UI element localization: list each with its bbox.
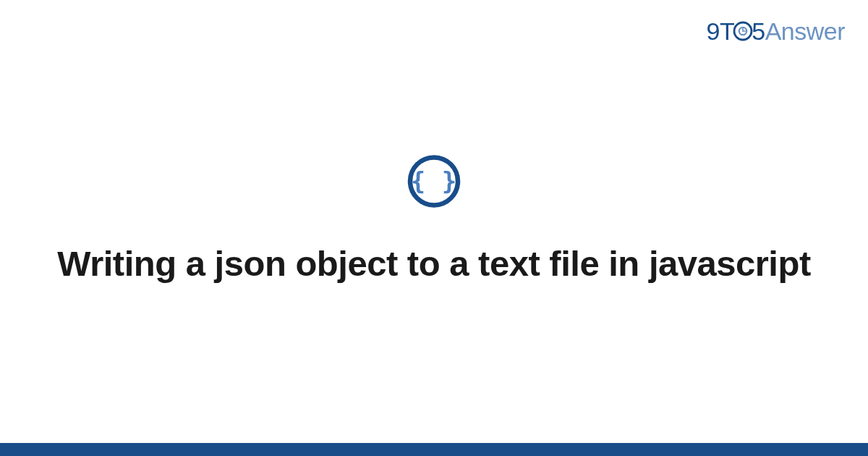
braces-icon: { } xyxy=(407,153,461,211)
main-content: { } Writing a json object to a text file… xyxy=(0,153,868,286)
footer-accent-bar xyxy=(0,443,868,456)
logo-digit: 5 xyxy=(752,17,765,45)
clock-o-icon xyxy=(733,19,753,47)
logo-suffix: Answer xyxy=(765,17,845,45)
svg-text:{ }: { } xyxy=(411,166,457,195)
site-logo: 9T 5Answer xyxy=(707,17,845,47)
logo-prefix: 9T xyxy=(707,17,735,45)
page-title: Writing a json object to a text file in … xyxy=(43,242,825,286)
